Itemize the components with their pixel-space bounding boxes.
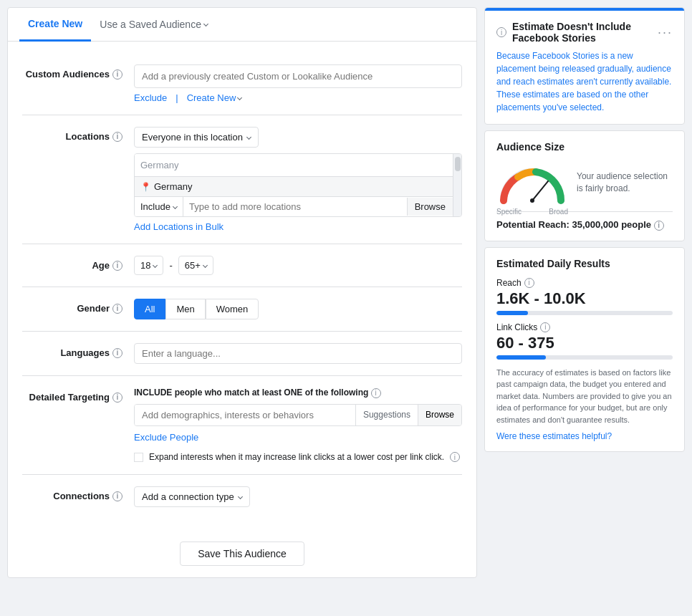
location-box: 📍 Germany Include [134,153,462,217]
include-chevron-icon [173,203,178,208]
locations-content: Everyone in this location 📍 [134,127,462,232]
save-audience-button[interactable]: Save This Audience [180,542,304,566]
info-card: i Estimate Doesn't Include Facebook Stor… [484,7,685,125]
potential-reach-info-icon[interactable]: i [654,221,664,231]
blue-bar [485,8,684,11]
languages-content [134,343,462,364]
expand-info-icon[interactable]: i [450,452,460,462]
languages-label: Languages i [22,343,122,358]
age-label: Age i [22,256,122,271]
connection-chevron-icon [238,494,243,499]
location-search-area [135,154,453,177]
custom-audiences-label: Custom Audiences i [22,64,122,80]
detailed-targeting-row: Detailed Targeting i INCLUDE people who … [22,388,462,463]
link-clicks-bar-fill [496,355,546,360]
form-body: Custom Audiences i Exclude | Create New [8,42,476,530]
chevron-down-icon [203,21,208,27]
gender-men-button[interactable]: Men [165,299,205,319]
connections-content: Add a connection type [134,486,462,507]
scrollbar-thumb [455,157,461,171]
create-new-chevron-icon [237,95,242,100]
exclude-people-link[interactable]: Exclude People [134,432,198,443]
tab-create-new[interactable]: Create New [19,8,91,42]
location-search-wrapper: 📍 Germany Include [135,154,461,216]
custom-audiences-info-icon[interactable]: i [112,69,122,80]
connection-type-dropdown[interactable]: Add a connection type [134,486,250,507]
exclude-button[interactable]: Exclude [134,92,167,103]
link-clicks-metric: Link Clicks i 60 - 375 [496,322,673,360]
custom-audiences-section: Custom Audiences i Exclude | Create New [22,53,462,115]
helpful-link[interactable]: Were these estimates helpful? [496,431,612,441]
svg-point-1 [530,198,534,203]
detailed-targeting-label: Detailed Targeting i [22,388,122,403]
locations-info-icon[interactable]: i [112,132,122,142]
language-input[interactable] [134,343,462,364]
gauge-row: Specific Broad Your audience selection i… [496,161,673,204]
languages-info-icon[interactable]: i [112,348,122,358]
connections-info-icon[interactable]: i [112,491,122,501]
info-card-icon: i [496,27,506,37]
link-clicks-info-icon[interactable]: i [540,322,550,332]
targeting-input[interactable] [135,405,355,425]
age-min-chevron-icon [153,262,158,267]
location-search-input[interactable] [140,160,447,170]
scroll-area [453,154,461,216]
suggestions-button[interactable]: Suggestions [355,405,418,425]
save-section: Save This Audience [8,530,476,577]
gender-content: All Men Women [134,299,462,319]
link-clicks-value: 60 - 375 [496,334,673,352]
age-min-dropdown[interactable]: 18 [134,256,163,275]
age-max-chevron-icon [203,262,208,267]
gauge-svg [496,161,568,204]
location-item-germany: 📍 Germany [135,177,453,197]
tab-use-saved[interactable]: Use a Saved Audience [91,8,216,41]
targeting-input-row: Suggestions Browse [134,404,462,426]
reach-info-icon[interactable]: i [524,278,534,288]
create-new-button[interactable]: Create New [187,92,242,103]
gender-section: Gender i All Men Women [22,287,462,332]
custom-audience-input[interactable] [134,64,462,88]
dots-menu-icon[interactable]: ··· [658,25,673,40]
targeting-browse-button[interactable]: Browse [418,405,461,425]
gender-all-button[interactable]: All [134,299,165,319]
locations-label: Locations i [22,127,122,142]
age-content: 18 - 65+ [134,256,462,275]
gender-buttons: All Men Women [134,299,462,319]
detailed-targeting-info-icon[interactable]: i [112,393,122,403]
languages-section: Languages i [22,332,462,376]
location-include-row: Include Browse [135,197,453,216]
age-controls: 18 - 65+ [134,256,462,275]
location-browse-button[interactable]: Browse [407,198,453,216]
left-panel: Create New Use a Saved Audience Custom A… [7,7,477,578]
locations-section: Locations i Everyone in this location [22,115,462,244]
custom-audiences-content: Exclude | Create New [134,64,462,103]
connections-row: Connections i Add a connection type [22,486,462,507]
link-clicks-label: Link Clicks i [496,322,673,332]
detailed-targeting-content: INCLUDE people who match at least ONE of… [134,388,462,463]
location-pin-icon: 📍 [140,182,151,192]
expand-interests-text: Expand interests when it may increase li… [149,451,460,463]
expand-interests-row: Expand interests when it may increase li… [134,451,462,463]
detailed-targeting-section: Detailed Targeting i INCLUDE people who … [22,376,462,475]
tabs-bar: Create New Use a Saved Audience [8,8,476,42]
location-type-dropdown[interactable]: Everyone in this location [134,127,259,148]
reach-metric: Reach i 1.6K - 10.0K [496,278,673,315]
add-bulk-link[interactable]: Add Locations in Bulk [134,221,462,232]
results-disclaimer: The accuracy of estimates is based on fa… [496,367,673,426]
gender-info-icon[interactable]: i [112,304,122,314]
info-card-header: i Estimate Doesn't Include Facebook Stor… [496,21,673,44]
gender-women-button[interactable]: Women [206,299,259,319]
audience-size-card: Audience Size [484,130,685,241]
gauge-labels: Specific Broad [496,208,568,216]
reach-bar-track [496,311,673,315]
location-dropdown-chevron-icon [246,134,251,139]
expand-interests-checkbox[interactable] [134,453,143,462]
targeting-include-info-icon[interactable]: i [371,388,381,398]
include-dropdown[interactable]: Include [135,197,183,216]
add-location-input[interactable] [183,197,407,216]
age-max-dropdown[interactable]: 65+ [178,256,213,275]
age-row: Age i 18 - 65+ [22,256,462,275]
connections-section: Connections i Add a connection type [22,475,462,519]
age-info-icon[interactable]: i [112,261,122,271]
languages-row: Languages i [22,343,462,364]
